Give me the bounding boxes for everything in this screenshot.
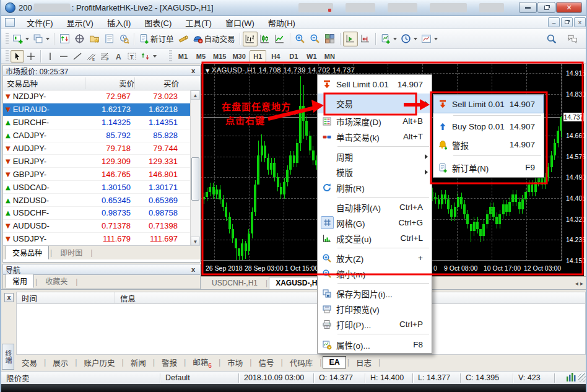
mdi-minimize-button[interactable]: – [548,17,560,27]
market-watch-row[interactable]: ▼AUDJPY-79.71879.744 [3,142,200,155]
context-menu-item[interactable]: 网格(G)Ctrl+G [318,215,432,230]
scroll-down-icon[interactable]: ▼ [191,237,200,246]
timeframe-m5[interactable]: M5 [193,50,209,63]
context-menu-item[interactable]: 放大(Z)+ [318,250,432,266]
crosshair-button[interactable] [24,50,38,63]
resize-grip[interactable] [578,373,587,382]
periods-button[interactable] [399,32,419,46]
market-watch-row[interactable]: ▲USDCHF-0.987350.98758 [3,207,200,220]
navigator-tab[interactable]: 常用 [6,274,34,288]
terminal-tab-警报[interactable]: 警报 [156,355,183,370]
market-watch-row[interactable]: ▼EURAUD-1.621731.62218 [3,103,200,116]
dropdown-caret-icon[interactable] [25,38,29,40]
market-watch-row[interactable]: ▼GBPJPY-146.765146.801 [3,168,200,181]
cursor-button[interactable] [11,50,24,63]
dropdown-caret-icon[interactable] [153,55,157,58]
column-ask[interactable]: 买价 [134,77,181,89]
timeframe-d1[interactable]: D1 [285,50,302,63]
navigator-button[interactable] [87,32,102,46]
column-message[interactable]: 信息 [115,292,136,304]
timeframe-w1[interactable]: W1 [303,50,320,63]
scrollbar-thumb[interactable] [191,157,199,201]
templates-button[interactable] [419,32,440,46]
market-watch-tab[interactable]: 即时图 [53,245,89,259]
minimize-button[interactable] [519,2,537,13]
chat-button[interactable] [565,32,580,46]
market-watch-row[interactable]: ▼USDJPY-111.679111.697 [3,233,200,246]
context-menu-item[interactable]: 市场深度(D)Alt+B [318,113,432,129]
arrows-button[interactable] [139,50,159,63]
menubar-item-7[interactable]: 帮助(H) [261,15,302,30]
market-watch-row[interactable]: ▲EURCHF-1.143251.14351 [3,116,200,129]
trendline-button[interactable] [71,50,84,63]
context-menu-item[interactable]: 交易 [318,94,432,113]
terminal-tab-账户历史[interactable]: 账户历史 [79,355,121,370]
submenu-item[interactable]: Buy Stop 0.0114.907 [433,118,544,136]
terminal-tab-ea[interactable]: EA [323,356,346,368]
market-watch-scrollbar[interactable]: ▲ ▼ [190,90,200,246]
scroll-up-icon[interactable]: ▲ [191,90,200,100]
label-button[interactable]: T [125,50,139,63]
menubar-item-6[interactable]: 窗口(W) [219,15,261,30]
zoom-in-button[interactable] [293,32,308,46]
data-window-button[interactable] [72,32,87,46]
search-button[interactable] [544,32,559,46]
navigator-tab[interactable]: 收藏夹 [38,274,74,288]
profiles-button[interactable] [31,32,51,46]
text-button[interactable]: A [111,50,125,63]
timeframe-h4[interactable]: H4 [267,50,284,63]
terminal-tab-展示[interactable]: 展示 [47,355,74,370]
market-watch-close-icon[interactable]: x [189,67,198,74]
tile-windows-button[interactable] [323,32,337,46]
channel-button[interactable]: E [84,50,98,63]
context-menu-item[interactable]: 周期 [318,149,432,164]
chart-shift-button[interactable] [358,32,373,46]
context-menu-item[interactable]: 打印(P)...Ctrl+P [318,316,432,332]
terminal-close-icon[interactable]: x [4,293,14,302]
terminal-tab-信号[interactable]: 信号 [253,355,279,370]
chart-tab[interactable]: USDCNH-,H1 [205,277,264,289]
market-watch-row[interactable]: ▼AUDUSD-0.713780.71398 [3,220,200,233]
menubar-item-1[interactable]: 文件(F) [20,15,60,30]
market-watch-button[interactable] [57,32,72,46]
terminal-tab-市场[interactable]: 市场 [222,355,248,370]
context-menu-item[interactable]: 打印预览(v) [318,301,432,316]
chart-price-axis[interactable]: 14.91514.83014.66014.57514.49014.40514.3… [563,64,584,261]
terminal-tab-交易[interactable]: 交易 [16,355,43,370]
menubar-item-5[interactable]: 工具(T) [178,15,219,30]
dropdown-caret-icon[interactable] [393,38,397,40]
timeframe-m15[interactable]: M15 [211,50,228,63]
context-menu-item[interactable]: Sell Limit 0.0114.907 [318,75,432,94]
timeframe-m30[interactable]: M30 [230,50,248,63]
hline-button[interactable] [57,50,71,63]
market-watch-row[interactable]: ▼NZDJPY-72.96773.023 [3,90,200,103]
context-menu-item[interactable]: 模版 [318,164,432,180]
terminal-tab-邮箱[interactable]: 邮箱6 [187,355,217,370]
toolbar-grip[interactable] [169,50,172,63]
submenu-item[interactable]: 警报14.907 [433,136,544,154]
dropdown-caret-icon[interactable] [46,38,50,40]
menubar-item-3[interactable]: 插入(I) [100,15,137,30]
mdi-restore-button[interactable] [561,17,573,27]
column-bid[interactable]: 卖价 [85,77,134,89]
column-time[interactable]: 时间 [17,292,115,304]
auto-scroll-button[interactable] [343,32,358,46]
chart-tab-scroll-arrows[interactable]: ◂ ▸ [575,280,583,287]
terminal-content[interactable] [16,304,586,355]
terminal-tab-日志[interactable]: 日志 [350,355,377,370]
autotrade-button[interactable]: 自动交易 [191,32,237,46]
close-button[interactable]: ✕ [556,2,582,13]
sound-button[interactable] [176,32,191,46]
timeframe-m1[interactable]: M1 [175,50,191,63]
submenu-item[interactable]: Sell Limit 0.0114.907 [433,95,544,113]
restore-button[interactable] [537,2,555,13]
market-watch-row[interactable]: ▲NZDUSD-0.653450.65369 [3,194,200,207]
context-menu-item[interactable]: 刷新(R) [318,180,432,195]
zoom-out-button[interactable] [308,32,323,46]
context-menu-item[interactable]: 保存为图片(i)... [318,285,432,301]
column-symbol[interactable]: 交易品种 [3,77,85,89]
timeframe-h1[interactable]: H1 [250,50,266,63]
market-watch-row[interactable]: ▼EURJPY-129.309129.331 [3,155,200,168]
timeframe-mn[interactable]: MN [321,50,338,63]
terminal-button[interactable] [102,32,116,46]
